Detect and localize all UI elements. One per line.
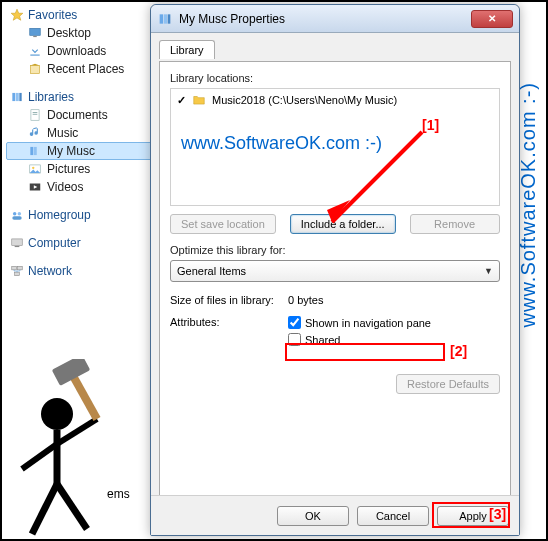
- library-icon: [157, 11, 173, 27]
- svg-rect-3: [30, 55, 39, 56]
- remove-button: Remove: [410, 214, 500, 234]
- dialog-titlebar[interactable]: My Musc Properties ✕: [151, 5, 519, 33]
- svg-rect-5: [12, 93, 15, 101]
- tree-item-label: Downloads: [47, 44, 106, 58]
- optimize-label: Optimize this library for:: [170, 244, 500, 256]
- close-icon: ✕: [488, 13, 496, 24]
- tree-item-label: Videos: [47, 180, 83, 194]
- svg-marker-0: [11, 9, 23, 20]
- shared-checkbox[interactable]: [288, 333, 301, 346]
- downloads-icon: [28, 44, 42, 58]
- tree-item-label: Desktop: [47, 26, 91, 40]
- svg-rect-11: [30, 147, 33, 155]
- tree-group-favorites[interactable]: Favorites: [6, 6, 156, 24]
- library-icon: [28, 144, 42, 158]
- svg-point-14: [32, 167, 34, 169]
- svg-line-36: [72, 374, 97, 419]
- locations-label: Library locations:: [170, 72, 500, 84]
- tree-label: Computer: [28, 236, 81, 250]
- close-button[interactable]: ✕: [471, 10, 513, 28]
- cancel-button[interactable]: Cancel: [357, 506, 429, 526]
- svg-point-18: [18, 212, 21, 216]
- size-label: Size of files in library:: [170, 294, 280, 306]
- svg-rect-10: [33, 114, 38, 115]
- include-folder-button[interactable]: Include a folder...: [290, 214, 396, 234]
- videos-icon: [28, 180, 42, 194]
- tree-item-videos[interactable]: Videos: [6, 178, 156, 196]
- svg-rect-9: [33, 112, 38, 113]
- tree-item-mymusc[interactable]: My Musc: [6, 142, 156, 160]
- attr-shared[interactable]: Shared: [288, 333, 431, 346]
- tree-item-music[interactable]: Music: [6, 124, 156, 142]
- svg-rect-26: [164, 14, 167, 23]
- tree-item-recent[interactable]: Recent Places: [6, 60, 156, 78]
- chevron-down-icon: ▼: [484, 266, 493, 276]
- computer-icon: [10, 236, 24, 250]
- svg-line-34: [22, 444, 57, 469]
- tree-item-downloads[interactable]: Downloads: [6, 42, 156, 60]
- svg-line-32: [32, 484, 57, 534]
- attr-nav-pane[interactable]: Shown in navigation pane: [288, 316, 431, 329]
- svg-rect-1: [30, 28, 41, 35]
- explorer-nav-tree: Favorites Desktop Downloads Recent Place…: [6, 6, 156, 280]
- tree-group-computer[interactable]: Computer: [6, 234, 156, 252]
- svg-rect-7: [19, 93, 21, 101]
- size-value: 0 bytes: [288, 294, 323, 306]
- tree-label: Libraries: [28, 90, 74, 104]
- location-row[interactable]: ✓ Music2018 (C:\Users\Neno\My Music): [171, 89, 499, 111]
- properties-dialog: My Musc Properties ✕ Library Library loc…: [150, 4, 520, 536]
- tree-group-libraries[interactable]: Libraries: [6, 88, 156, 106]
- tree-label: Homegroup: [28, 208, 91, 222]
- tree-group-network[interactable]: Network: [6, 262, 156, 280]
- desktop-icon: [28, 26, 42, 40]
- tree-item-label: Pictures: [47, 162, 90, 176]
- tab-strip: Library: [159, 39, 511, 61]
- tree-item-desktop[interactable]: Desktop: [6, 24, 156, 42]
- location-path: Music2018 (C:\Users\Neno\My Music): [212, 94, 397, 106]
- tree-group-homegroup[interactable]: Homegroup: [6, 206, 156, 224]
- folder-icon: [192, 93, 206, 107]
- svg-point-30: [41, 398, 73, 430]
- combo-value: General Items: [177, 265, 246, 277]
- libraries-icon: [10, 90, 24, 104]
- svg-rect-12: [34, 147, 37, 155]
- watermark-text: www.SoftwareOK.com :-): [181, 133, 382, 154]
- music-icon: [28, 126, 42, 140]
- svg-line-35: [57, 419, 97, 444]
- svg-point-17: [13, 212, 16, 216]
- tree-item-label: Recent Places: [47, 62, 124, 76]
- svg-rect-23: [18, 266, 23, 270]
- tree-item-label: Documents: [47, 108, 108, 122]
- tab-panel: Library locations: ✓ Music2018 (C:\Users…: [159, 61, 511, 509]
- pictures-icon: [28, 162, 42, 176]
- dialog-footer: OK Cancel Apply: [151, 495, 519, 535]
- bg-watermark-vertical: www.SoftwareOK.com :-): [517, 82, 540, 327]
- svg-rect-20: [12, 239, 23, 245]
- tree-item-pictures[interactable]: Pictures: [6, 160, 156, 178]
- optimize-combo[interactable]: General Items ▼: [170, 260, 500, 282]
- ok-button[interactable]: OK: [277, 506, 349, 526]
- svg-rect-24: [15, 272, 20, 276]
- locations-list[interactable]: ✓ Music2018 (C:\Users\Neno\My Music) www…: [170, 88, 500, 206]
- apply-button[interactable]: Apply: [437, 506, 509, 526]
- tree-item-label: My Musc: [47, 144, 95, 158]
- text-remnant: ems: [107, 487, 130, 501]
- svg-rect-21: [15, 246, 20, 247]
- tree-item-label: Music: [47, 126, 78, 140]
- svg-rect-25: [160, 14, 163, 23]
- svg-rect-6: [16, 93, 19, 101]
- nav-pane-checkbox[interactable]: [288, 316, 301, 329]
- tree-label: Network: [28, 264, 72, 278]
- check-icon: ✓: [177, 94, 186, 107]
- restore-defaults-button: Restore Defaults: [396, 374, 500, 394]
- tab-library[interactable]: Library: [159, 40, 215, 59]
- homegroup-icon: [10, 208, 24, 222]
- svg-rect-27: [168, 14, 171, 23]
- checkbox-label: Shown in navigation pane: [305, 317, 431, 329]
- svg-rect-37: [52, 359, 90, 386]
- tree-item-documents[interactable]: Documents: [6, 106, 156, 124]
- stick-figure-illustration: [2, 359, 152, 539]
- network-icon: [10, 264, 24, 278]
- svg-rect-4: [30, 66, 39, 74]
- svg-rect-22: [12, 266, 17, 270]
